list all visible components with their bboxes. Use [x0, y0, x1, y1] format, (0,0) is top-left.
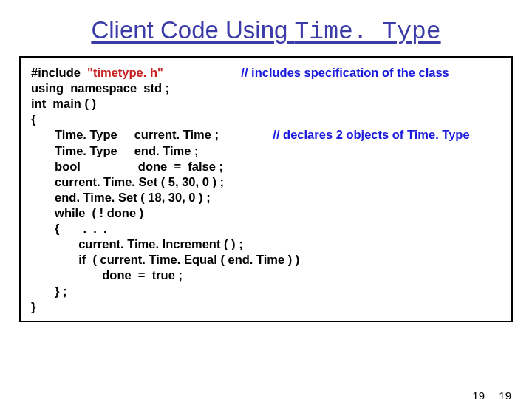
code-line-11: { . . .	[31, 221, 501, 236]
code-box: #include "timetype. h" // includes speci…	[19, 56, 513, 322]
code-line-16: }	[31, 299, 501, 315]
slide-title: Client Code Using Time. Type	[0, 16, 532, 46]
code-line-1: #include "timetype. h" // includes speci…	[31, 65, 501, 81]
code-line-9: end. Time. Set ( 18, 30, 0 ) ;	[31, 190, 501, 205]
code-line-4: {	[31, 112, 501, 127]
code-line-7: bool done = false ;	[31, 159, 501, 174]
code-line-13: if ( current. Time. Equal ( end. Time ) …	[31, 252, 501, 267]
slide: Client Code Using Time. Type #include "t…	[0, 16, 532, 399]
code-line-14: done = true ;	[31, 267, 501, 283]
code-line-8: current. Time. Set ( 5, 30, 0 ) ;	[31, 174, 501, 190]
code-line-3: int main ( )	[31, 96, 501, 112]
code-line-6: Time. Type end. Time ;	[31, 143, 501, 159]
title-code: Time. Type	[295, 18, 441, 46]
page-number-inner: 19	[472, 389, 485, 399]
code-line-15: } ;	[31, 284, 501, 299]
code-line-12: current. Time. Increment ( ) ;	[31, 236, 501, 252]
code-line-2: using namespace std ;	[31, 81, 501, 96]
code-line-10: while ( ! done )	[31, 205, 501, 221]
title-text: Client Code Using	[91, 16, 294, 44]
page-number-outer: 19	[499, 389, 511, 399]
code-line-5: Time. Type current. Time ; // declares 2…	[31, 127, 501, 143]
